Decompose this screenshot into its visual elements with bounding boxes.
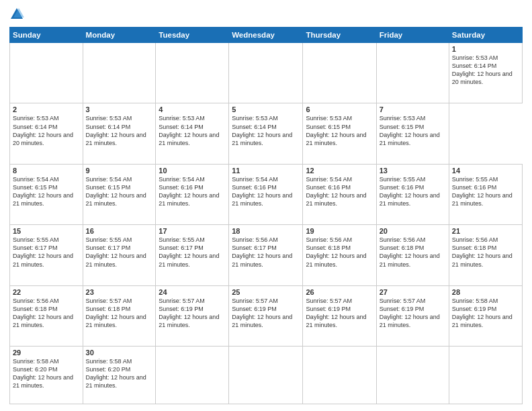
day-info: Sunrise: 5:53 AMSunset: 6:14 PMDaylight:… [86,115,146,146]
day-number: 19 [306,227,373,235]
calendar-cell: 1 Sunrise: 5:53 AMSunset: 6:14 PMDayligh… [449,43,522,103]
day-number: 27 [380,288,446,296]
calendar-day-header: Friday [376,28,449,43]
logo-icon [9,7,24,21]
day-info: Sunrise: 5:53 AMSunset: 6:15 PMDaylight:… [306,115,366,146]
calendar-cell [303,43,376,103]
calendar-cell: 24 Sunrise: 5:57 AMSunset: 6:19 PMDaylig… [156,285,229,346]
day-info: Sunrise: 5:55 AMSunset: 6:17 PMDaylight:… [13,236,73,267]
calendar-cell [229,43,303,103]
calendar-day-header: Thursday [303,28,376,43]
day-number: 24 [159,288,226,296]
day-info: Sunrise: 5:55 AMSunset: 6:17 PMDaylight:… [86,236,146,267]
logo [9,7,27,21]
day-info: Sunrise: 5:54 AMSunset: 6:16 PMDaylight:… [159,176,219,207]
calendar-cell: 26 Sunrise: 5:57 AMSunset: 6:19 PMDaylig… [303,285,376,346]
calendar-day-header: Wednesday [229,28,303,43]
calendar-week-row: 15 Sunrise: 5:55 AMSunset: 6:17 PMDaylig… [10,225,523,285]
calendar-cell: 13 Sunrise: 5:55 AMSunset: 6:16 PMDaylig… [376,164,449,224]
calendar-cell: 28 Sunrise: 5:58 AMSunset: 6:19 PMDaylig… [449,285,522,346]
calendar-cell: 25 Sunrise: 5:57 AMSunset: 6:19 PMDaylig… [229,285,303,346]
calendar-week-row: 2 Sunrise: 5:53 AMSunset: 6:14 PMDayligh… [10,103,523,164]
calendar-cell [376,43,449,103]
calendar-header-row: SundayMondayTuesdayWednesdayThursdayFrid… [10,28,523,43]
calendar-cell [10,43,83,103]
calendar-table: SundayMondayTuesdayWednesdayThursdayFrid… [9,27,523,404]
calendar-cell: 9 Sunrise: 5:54 AMSunset: 6:15 PMDayligh… [83,164,156,224]
day-info: Sunrise: 5:58 AMSunset: 6:20 PMDaylight:… [86,358,146,389]
day-number: 29 [13,349,80,357]
day-number: 13 [380,167,446,175]
calendar-cell: 10 Sunrise: 5:54 AMSunset: 6:16 PMDaylig… [156,164,229,224]
calendar-cell: 22 Sunrise: 5:56 AMSunset: 6:18 PMDaylig… [10,285,83,346]
day-info: Sunrise: 5:54 AMSunset: 6:15 PMDaylight:… [86,176,146,207]
day-number: 3 [86,105,153,113]
day-number: 28 [452,288,519,296]
day-number: 20 [380,227,446,235]
day-number: 2 [13,105,80,113]
calendar-cell: 12 Sunrise: 5:54 AMSunset: 6:16 PMDaylig… [303,164,376,224]
calendar-cell: 14 Sunrise: 5:55 AMSunset: 6:16 PMDaylig… [449,164,522,224]
day-info: Sunrise: 5:54 AMSunset: 6:16 PMDaylight:… [232,176,292,207]
day-info: Sunrise: 5:54 AMSunset: 6:16 PMDaylight:… [306,176,366,207]
calendar-cell: 2 Sunrise: 5:53 AMSunset: 6:14 PMDayligh… [10,103,83,164]
calendar-day-header: Monday [83,28,156,43]
day-number: 16 [86,227,153,235]
calendar-cell: 11 Sunrise: 5:54 AMSunset: 6:16 PMDaylig… [229,164,303,224]
day-number: 18 [232,227,300,235]
calendar-cell: 16 Sunrise: 5:55 AMSunset: 6:17 PMDaylig… [83,225,156,285]
day-number: 30 [86,349,153,357]
calendar-cell: 23 Sunrise: 5:57 AMSunset: 6:18 PMDaylig… [83,285,156,346]
calendar-cell: 5 Sunrise: 5:53 AMSunset: 6:14 PMDayligh… [229,103,303,164]
day-number: 11 [232,167,300,175]
day-info: Sunrise: 5:55 AMSunset: 6:16 PMDaylight:… [380,176,440,207]
day-info: Sunrise: 5:57 AMSunset: 6:18 PMDaylight:… [86,298,146,328]
calendar-cell [83,43,156,103]
calendar-cell: 27 Sunrise: 5:57 AMSunset: 6:19 PMDaylig… [376,285,449,346]
day-number: 25 [232,288,300,296]
day-info: Sunrise: 5:57 AMSunset: 6:19 PMDaylight:… [232,298,292,328]
day-number: 15 [13,227,80,235]
day-number: 26 [306,288,373,296]
calendar-week-row: 29 Sunrise: 5:58 AMSunset: 6:20 PMDaylig… [10,346,523,404]
day-number: 9 [86,167,153,175]
day-number: 22 [13,288,80,296]
day-info: Sunrise: 5:55 AMSunset: 6:16 PMDaylight:… [452,176,513,207]
day-info: Sunrise: 5:58 AMSunset: 6:19 PMDaylight:… [452,298,513,328]
day-number: 17 [159,227,226,235]
day-info: Sunrise: 5:54 AMSunset: 6:15 PMDaylight:… [13,176,73,207]
day-number: 14 [452,167,519,175]
day-info: Sunrise: 5:58 AMSunset: 6:20 PMDaylight:… [13,358,73,389]
calendar-cell: 15 Sunrise: 5:55 AMSunset: 6:17 PMDaylig… [10,225,83,285]
calendar-week-row: 22 Sunrise: 5:56 AMSunset: 6:18 PMDaylig… [10,285,523,346]
day-info: Sunrise: 5:56 AMSunset: 6:18 PMDaylight:… [306,236,366,267]
day-number: 7 [380,105,446,113]
calendar-cell [229,346,303,404]
day-info: Sunrise: 5:53 AMSunset: 6:14 PMDaylight:… [159,115,219,146]
day-number: 6 [306,105,373,113]
calendar-week-row: 1 Sunrise: 5:53 AMSunset: 6:14 PMDayligh… [10,43,523,103]
calendar-day-header: Tuesday [156,28,229,43]
day-info: Sunrise: 5:56 AMSunset: 6:18 PMDaylight:… [380,236,440,267]
day-number: 12 [306,167,373,175]
day-number: 23 [86,288,153,296]
calendar-cell [303,346,376,404]
day-info: Sunrise: 5:53 AMSunset: 6:15 PMDaylight:… [380,115,440,146]
day-info: Sunrise: 5:57 AMSunset: 6:19 PMDaylight:… [380,298,440,328]
calendar-cell: 29 Sunrise: 5:58 AMSunset: 6:20 PMDaylig… [10,346,83,404]
calendar-cell: 4 Sunrise: 5:53 AMSunset: 6:14 PMDayligh… [156,103,229,164]
day-number: 5 [232,105,300,113]
calendar-cell: 17 Sunrise: 5:55 AMSunset: 6:17 PMDaylig… [156,225,229,285]
day-info: Sunrise: 5:55 AMSunset: 6:17 PMDaylight:… [159,236,219,267]
day-info: Sunrise: 5:56 AMSunset: 6:18 PMDaylight:… [452,236,513,267]
day-info: Sunrise: 5:56 AMSunset: 6:18 PMDaylight:… [13,298,73,328]
day-info: Sunrise: 5:57 AMSunset: 6:19 PMDaylight:… [306,298,366,328]
calendar-cell [156,43,229,103]
day-info: Sunrise: 5:53 AMSunset: 6:14 PMDaylight:… [232,115,292,146]
header [9,7,523,21]
calendar-cell: 21 Sunrise: 5:56 AMSunset: 6:18 PMDaylig… [449,225,522,285]
calendar-cell: 19 Sunrise: 5:56 AMSunset: 6:18 PMDaylig… [303,225,376,285]
calendar-cell: 7 Sunrise: 5:53 AMSunset: 6:15 PMDayligh… [376,103,449,164]
calendar-day-header: Saturday [449,28,522,43]
calendar-cell: 20 Sunrise: 5:56 AMSunset: 6:18 PMDaylig… [376,225,449,285]
